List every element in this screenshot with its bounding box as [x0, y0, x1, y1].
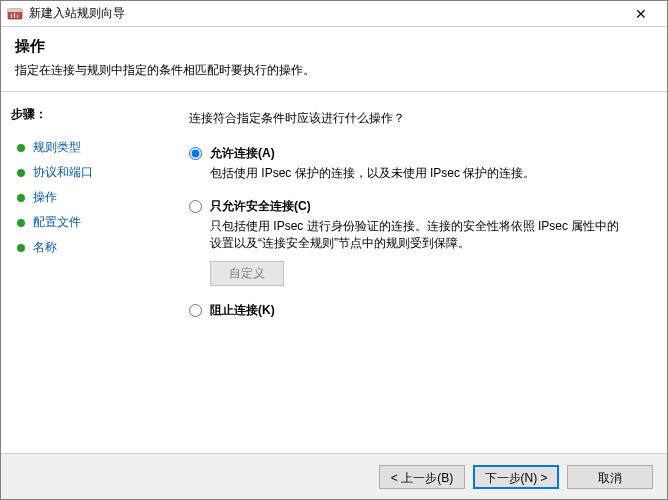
radio-block-label[interactable]: 阻止连接(K) [210, 302, 275, 319]
titlebar: 新建入站规则向导 ✕ [1, 1, 667, 27]
radio-allow-label[interactable]: 允许连接(A) [210, 145, 275, 162]
step-label: 协议和端口 [33, 164, 93, 181]
step-label: 配置文件 [33, 214, 81, 231]
wizard-content: 连接符合指定条件时应该进行什么操作？ 允许连接(A) 包括使用 IPsec 保护… [171, 92, 667, 453]
step-label: 名称 [33, 239, 57, 256]
step-name[interactable]: 名称 [11, 235, 161, 260]
svg-rect-1 [8, 9, 22, 12]
step-label: 操作 [33, 189, 57, 206]
cancel-button[interactable]: 取消 [567, 465, 653, 489]
step-label: 规则类型 [33, 139, 81, 156]
page-subheading: 指定在连接与规则中指定的条件相匹配时要执行的操作。 [15, 62, 653, 79]
radio-allow[interactable] [189, 147, 202, 160]
wizard-body: 步骤： 规则类型 协议和端口 操作 配置文件 [1, 92, 667, 453]
bullet-icon [17, 144, 25, 152]
bullet-icon [17, 244, 25, 252]
action-question: 连接符合指定条件时应该进行什么操作？ [189, 110, 647, 127]
option-secure: 只允许安全连接(C) 只包括使用 IPsec 进行身份验证的连接。连接的安全性将… [189, 198, 647, 287]
option-allow-desc: 包括使用 IPsec 保护的连接，以及未使用 IPsec 保护的连接。 [210, 165, 630, 182]
step-protocol-port[interactable]: 协议和端口 [11, 160, 161, 185]
bullet-icon [17, 194, 25, 202]
radio-block[interactable] [189, 304, 202, 317]
step-profile[interactable]: 配置文件 [11, 210, 161, 235]
page-heading: 操作 [15, 37, 653, 56]
step-action[interactable]: 操作 [11, 185, 161, 210]
wizard-header: 操作 指定在连接与规则中指定的条件相匹配时要执行的操作。 [1, 27, 667, 92]
option-allow: 允许连接(A) 包括使用 IPsec 保护的连接，以及未使用 IPsec 保护的… [189, 145, 647, 182]
customize-button: 自定义 [210, 261, 284, 286]
radio-secure-label[interactable]: 只允许安全连接(C) [210, 198, 311, 215]
wizard-window: 新建入站规则向导 ✕ 操作 指定在连接与规则中指定的条件相匹配时要执行的操作。 … [0, 0, 668, 500]
wizard-footer: < 上一步(B) 下一步(N) > 取消 [1, 453, 667, 499]
next-button[interactable]: 下一步(N) > [473, 465, 559, 489]
close-button[interactable]: ✕ [621, 2, 661, 26]
option-secure-desc: 只包括使用 IPsec 进行身份验证的连接。连接的安全性将依照 IPsec 属性… [210, 218, 630, 252]
back-button[interactable]: < 上一步(B) [379, 465, 465, 489]
app-icon [7, 6, 23, 22]
steps-sidebar: 步骤： 规则类型 协议和端口 操作 配置文件 [1, 92, 171, 453]
bullet-icon [17, 169, 25, 177]
option-block: 阻止连接(K) [189, 302, 647, 319]
steps-label: 步骤： [11, 106, 161, 123]
radio-secure[interactable] [189, 200, 202, 213]
window-title: 新建入站规则向导 [29, 5, 621, 22]
step-rule-type[interactable]: 规则类型 [11, 135, 161, 160]
bullet-icon [17, 219, 25, 227]
